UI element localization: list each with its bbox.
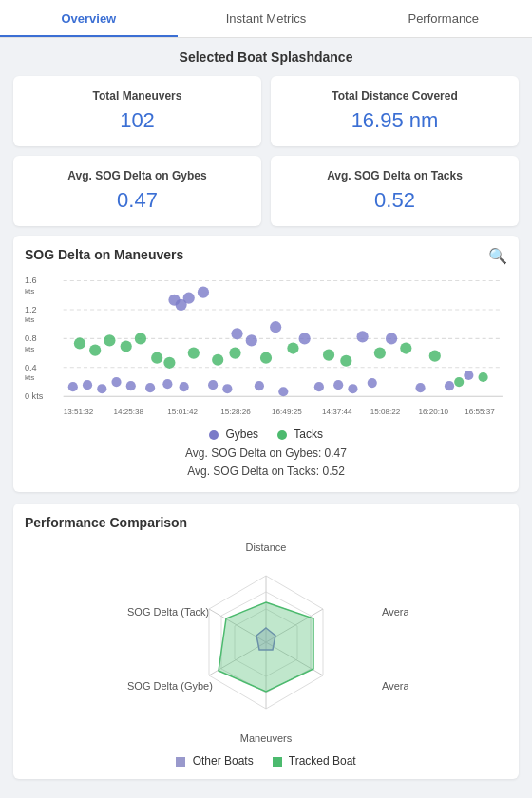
legend-tacks: Tacks xyxy=(277,428,323,441)
svg-text:1.2: 1.2 xyxy=(25,305,37,314)
svg-text:Average SOG: Average SOG xyxy=(382,606,408,618)
svg-text:15:08:22: 15:08:22 xyxy=(370,408,401,416)
svg-point-62 xyxy=(260,352,272,364)
stat-row-2: Avg. SOG Delta on Gybes 0.47 Avg. SOG De… xyxy=(13,156,519,226)
svg-point-47 xyxy=(348,384,357,393)
svg-point-48 xyxy=(368,378,377,388)
svg-point-32 xyxy=(386,332,397,344)
svg-point-25 xyxy=(168,294,180,306)
svg-text:0.4: 0.4 xyxy=(25,363,37,372)
svg-point-57 xyxy=(151,352,162,364)
svg-point-68 xyxy=(429,351,441,362)
svg-text:SOG Delta (Gybe): SOG Delta (Gybe) xyxy=(127,680,213,692)
svg-point-28 xyxy=(246,334,257,346)
svg-text:15:01:42: 15:01:42 xyxy=(167,408,198,416)
svg-point-61 xyxy=(229,348,240,359)
tab-instant-metrics[interactable]: Instant Metrics xyxy=(178,0,355,37)
legend-tracked-boat: Tracked Boat xyxy=(273,754,356,768)
page-title: Selected Boat Splashdance xyxy=(13,49,519,65)
svg-text:Distance: Distance xyxy=(246,542,287,553)
svg-point-41 xyxy=(208,380,218,390)
svg-text:SOG Delta (Tack): SOG Delta (Tack) xyxy=(127,606,209,618)
svg-point-33 xyxy=(68,382,78,391)
scatter-svg: 1.6 kts 1.2 kts 0.8 kts 0.4 kts 0 kts 13… xyxy=(25,270,507,422)
legend-gybes-dot xyxy=(209,430,218,440)
chart-averages: Avg. SOG Delta on Gybes: 0.47 Avg. SOG D… xyxy=(25,445,507,481)
svg-point-58 xyxy=(163,357,175,369)
scatter-chart-section: SOG Delta on Maneuvers 🔍 1.6 kts 1.2 kts… xyxy=(13,236,519,492)
svg-point-26 xyxy=(183,293,195,304)
svg-text:Average VMG: Average VMG xyxy=(382,680,408,692)
radar-chart-title: Performance Comparison xyxy=(25,515,507,530)
svg-point-55 xyxy=(121,340,132,352)
svg-point-37 xyxy=(126,381,136,390)
radar-chart-section: Performance Comparison Distance Average … xyxy=(13,504,519,779)
svg-text:0 kts: 0 kts xyxy=(25,391,44,401)
radar-container: Distance Average SOG Average VMG Maneuve… xyxy=(25,538,507,747)
svg-point-52 xyxy=(74,337,86,349)
svg-text:14:37:44: 14:37:44 xyxy=(322,408,352,416)
svg-text:kts: kts xyxy=(25,373,34,382)
svg-text:16:49:25: 16:49:25 xyxy=(272,408,302,416)
svg-point-56 xyxy=(135,332,146,344)
svg-point-46 xyxy=(333,380,343,390)
svg-point-23 xyxy=(198,287,209,298)
svg-point-53 xyxy=(89,344,101,355)
svg-point-69 xyxy=(454,377,464,387)
svg-text:Maneuvers: Maneuvers xyxy=(240,732,293,744)
legend-gybes: Gybes xyxy=(209,428,258,441)
svg-point-34 xyxy=(83,380,92,390)
stat-label-distance: Total Distance Covered xyxy=(282,89,507,103)
stat-card-distance: Total Distance Covered 16.95 nm xyxy=(271,76,519,146)
stat-card-maneuvers: Total Maneuvers 102 xyxy=(13,76,261,146)
radar-svg: Distance Average SOG Average VMG Maneuve… xyxy=(124,538,408,747)
svg-text:kts: kts xyxy=(25,315,34,324)
svg-point-50 xyxy=(445,381,454,390)
stat-value-maneuvers: 102 xyxy=(25,108,250,133)
svg-point-30 xyxy=(299,332,311,344)
stat-label-maneuvers: Total Maneuvers xyxy=(25,89,250,103)
svg-point-60 xyxy=(212,354,223,366)
svg-point-63 xyxy=(287,342,298,353)
scatter-legend: Gybes Tacks xyxy=(25,428,507,441)
svg-point-42 xyxy=(222,384,232,393)
zoom-icon[interactable]: 🔍 xyxy=(488,247,507,265)
tab-overview[interactable]: Overview xyxy=(0,0,178,37)
stat-card-sog-tacks: Avg. SOG Delta on Tacks 0.52 xyxy=(271,156,519,226)
svg-point-39 xyxy=(162,379,172,389)
svg-point-65 xyxy=(340,355,352,367)
svg-text:13:51:32: 13:51:32 xyxy=(64,408,94,416)
svg-point-67 xyxy=(400,342,411,353)
svg-point-29 xyxy=(270,321,281,332)
svg-point-59 xyxy=(188,348,200,359)
legend-tacks-dot xyxy=(277,430,287,440)
stat-value-sog-tacks: 0.52 xyxy=(282,188,507,213)
svg-text:16:20:10: 16:20:10 xyxy=(419,408,449,416)
stat-value-sog-gybes: 0.47 xyxy=(25,188,250,213)
svg-point-35 xyxy=(97,384,106,393)
svg-text:14:25:38: 14:25:38 xyxy=(113,408,143,416)
svg-point-49 xyxy=(415,383,425,392)
svg-text:1.6: 1.6 xyxy=(25,276,37,285)
svg-point-31 xyxy=(357,331,369,342)
stat-label-sog-gybes: Avg. SOG Delta on Gybes xyxy=(25,169,250,182)
legend-tracked-boat-square xyxy=(273,757,282,767)
legend-other-boats: Other Boats xyxy=(176,754,253,768)
svg-point-54 xyxy=(104,334,115,346)
svg-point-38 xyxy=(145,383,155,392)
tabs-bar: Overview Instant Metrics Performance xyxy=(0,0,532,38)
svg-text:kts: kts xyxy=(25,345,34,353)
svg-point-66 xyxy=(374,348,386,359)
svg-text:15:28:26: 15:28:26 xyxy=(220,408,251,416)
svg-point-64 xyxy=(323,350,334,361)
svg-text:0.8: 0.8 xyxy=(25,333,37,343)
svg-text:16:55:37: 16:55:37 xyxy=(465,408,495,416)
svg-point-44 xyxy=(278,387,288,396)
legend-other-boats-square xyxy=(176,757,185,767)
scatter-chart: 1.6 kts 1.2 kts 0.8 kts 0.4 kts 0 kts 13… xyxy=(25,270,507,422)
svg-marker-87 xyxy=(218,602,314,692)
scatter-chart-title: SOG Delta on Maneuvers xyxy=(25,247,507,262)
svg-point-70 xyxy=(479,372,488,382)
stat-label-sog-tacks: Avg. SOG Delta on Tacks xyxy=(282,169,507,182)
tab-performance[interactable]: Performance xyxy=(354,0,532,37)
